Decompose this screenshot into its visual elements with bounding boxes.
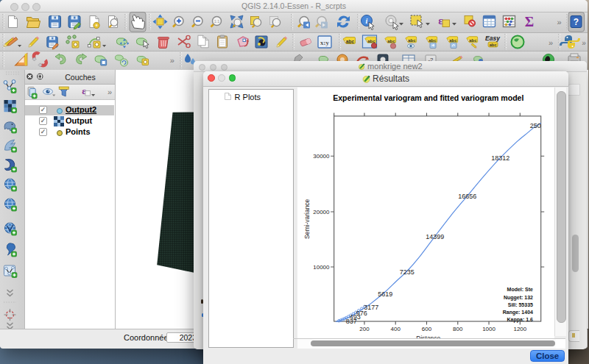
svg-text:abc: abc <box>490 43 496 47</box>
svg-text:Range: 1404: Range: 1404 <box>502 310 532 316</box>
svg-text:?: ? <box>574 17 579 27</box>
svg-text:Easy: Easy <box>485 35 501 42</box>
svg-text:ε: ε <box>438 15 443 26</box>
svg-text:Sill: 55335: Sill: 55335 <box>507 303 532 308</box>
svg-text:i: i <box>366 17 368 25</box>
svg-text:30000: 30000 <box>313 154 330 160</box>
svg-text:Semi-variance: Semi-variance <box>303 199 311 240</box>
svg-text:200: 200 <box>359 326 370 332</box>
svg-text:1200: 1200 <box>513 326 526 332</box>
svg-text:250: 250 <box>529 122 540 129</box>
svg-text:Kappa: 1.6: Kappa: 1.6 <box>507 318 532 324</box>
svg-text:18312: 18312 <box>491 154 509 162</box>
svg-text:3177: 3177 <box>364 304 378 312</box>
svg-text:14399: 14399 <box>426 233 444 240</box>
svg-text:1000: 1000 <box>482 326 495 332</box>
svg-text:1:1: 1:1 <box>214 19 220 24</box>
svg-text:16656: 16656 <box>458 193 476 200</box>
svg-text:600: 600 <box>421 326 431 332</box>
svg-text:Σ: Σ <box>525 14 534 29</box>
svg-text:10000: 10000 <box>313 264 330 271</box>
svg-text:»: » <box>107 88 112 96</box>
svg-text:»: » <box>582 39 586 47</box>
svg-text:7235: 7235 <box>399 268 414 276</box>
svg-text:800: 800 <box>453 326 463 332</box>
svg-text:Experimental variogram and fit: Experimental variogram and fitted variog… <box>333 93 523 102</box>
svg-text:5619: 5619 <box>378 290 392 298</box>
svg-text:Model: Ste: Model: Ste <box>507 288 532 293</box>
svg-text:20000: 20000 <box>313 209 330 215</box>
svg-text:x:y: x:y <box>320 39 329 46</box>
svg-text:Nugget: 132: Nugget: 132 <box>504 295 533 301</box>
svg-text:400: 400 <box>390 326 401 332</box>
